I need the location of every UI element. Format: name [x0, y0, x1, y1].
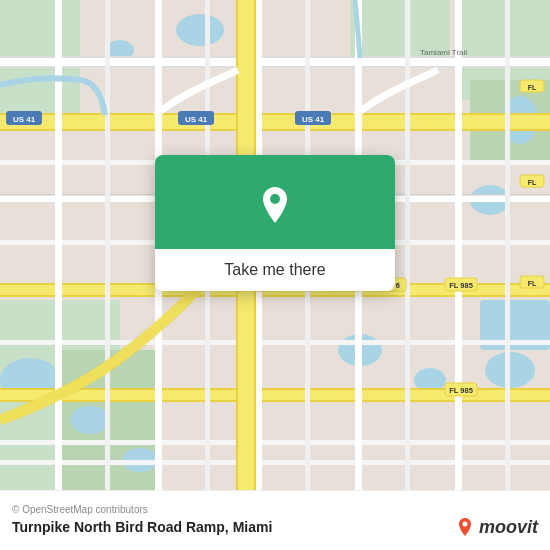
location-name: Turnpike North Bird Road Ramp, Miami — [12, 519, 272, 535]
svg-point-75 — [462, 522, 467, 527]
svg-rect-19 — [0, 56, 550, 58]
svg-text:FL 985: FL 985 — [449, 281, 473, 290]
svg-text:US 41: US 41 — [302, 115, 325, 124]
svg-rect-45 — [105, 0, 110, 490]
bottom-bar: © OpenStreetMap contributors Turnpike No… — [0, 490, 550, 550]
svg-text:FL: FL — [528, 179, 537, 186]
moovit-logo: moovit — [455, 517, 538, 538]
moovit-pin-icon — [455, 517, 475, 537]
svg-text:US 41: US 41 — [185, 115, 208, 124]
svg-rect-48 — [405, 0, 410, 490]
svg-text:FL 985: FL 985 — [449, 386, 473, 395]
svg-rect-37 — [55, 0, 62, 490]
map-container: US 41 US 41 US 41 985 FL 985 FL 985 FL 9… — [0, 0, 550, 490]
svg-rect-28 — [0, 295, 550, 297]
svg-point-74 — [270, 194, 280, 204]
svg-point-14 — [176, 14, 224, 46]
take-me-there-button[interactable]: Take me there — [155, 249, 395, 291]
svg-text:US 41: US 41 — [13, 115, 36, 124]
svg-rect-20 — [0, 66, 550, 68]
svg-rect-34 — [0, 340, 550, 345]
svg-text:Tamiami Trail: Tamiami Trail — [420, 48, 467, 57]
svg-rect-41 — [455, 0, 462, 490]
popup-card: Take me there — [155, 155, 395, 291]
svg-point-8 — [70, 406, 110, 434]
location-pin-icon — [253, 183, 297, 227]
svg-rect-22 — [0, 113, 550, 115]
svg-rect-49 — [505, 0, 510, 490]
moovit-brand-text: moovit — [479, 517, 538, 538]
svg-rect-35 — [0, 440, 550, 445]
svg-rect-23 — [0, 129, 550, 131]
svg-rect-18 — [0, 58, 550, 66]
svg-rect-21 — [0, 115, 550, 129]
svg-rect-36 — [0, 460, 550, 465]
copyright-text: © OpenStreetMap contributors — [12, 504, 538, 515]
svg-text:FL: FL — [528, 280, 537, 287]
location-row: Turnpike North Bird Road Ramp, Miami moo… — [12, 517, 538, 538]
svg-rect-31 — [0, 400, 550, 402]
svg-text:FL: FL — [528, 84, 537, 91]
popup-header — [155, 155, 395, 249]
